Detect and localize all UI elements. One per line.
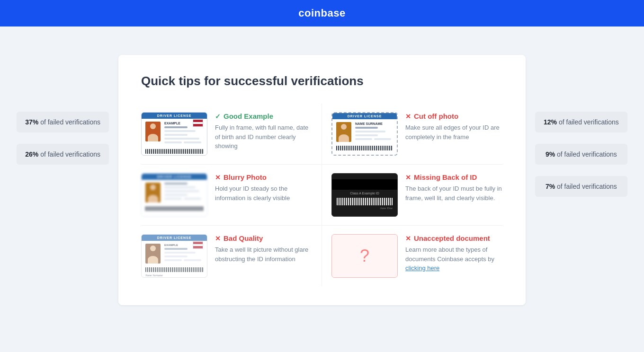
tip-back-title: Missing Back of ID (414, 173, 477, 181)
id-line-c1 (355, 127, 378, 129)
coinbase-logo: coinbase (298, 7, 345, 19)
id-card-glare-wrapper: DRIVER LICENSE EXAMPLE (141, 234, 207, 278)
id-top-bar-blurry: DRIVER LICENSE (142, 174, 207, 180)
right-badge-2: 9% of failed verifications (535, 144, 627, 165)
tip-good-content: ✓ Good Example Fully in frame, with full… (215, 112, 312, 151)
id-card-good: DRIVER LICENSE EXAMPLE (141, 112, 207, 156)
id-top-bar-cutoff: DRIVER LICENSE (332, 113, 397, 119)
tip-good-title: Good Example (224, 112, 273, 120)
tip-quality-desc: Take a well lit picture without glare ob… (215, 245, 312, 264)
tip-unaccepted: ? ✕ Unaccepted document Learn more about… (322, 226, 503, 286)
tip-cutoff-status: ✕ Cut off photo (405, 112, 503, 120)
id-line-c3 (355, 134, 378, 136)
tip-blurry-content: ✕ Blurry Photo Hold your ID steady so th… (215, 173, 312, 202)
left-badge-1-percent: 37% (25, 118, 38, 126)
tip-unaccepted-title: Unaccepted document (414, 234, 490, 242)
id-barcode-glare (145, 267, 203, 272)
id-flag-good (193, 119, 203, 127)
left-side-badges: 37% of failed verifications 26% of faile… (17, 112, 109, 165)
right-badge-3-label: of failed verifications (557, 183, 617, 190)
tip-back-status: ✕ Missing Back of ID (405, 173, 503, 181)
left-badge-1-label: of failed verifications (40, 118, 100, 126)
tip-quality-content: ✕ Bad Quality Take a well lit picture wi… (215, 234, 312, 264)
id-card-back-wrapper: Class A Example ID Jane Doe (331, 173, 398, 217)
id-name-cutoff: NAME SURNAME (355, 122, 393, 125)
id-line-g2 (164, 252, 196, 254)
id-top-bar-good: DRIVER LICENSE (142, 113, 207, 119)
tip-bad-quality: DRIVER LICENSE EXAMPLE (141, 226, 322, 286)
right-badge-2-percent: 9% (546, 150, 555, 158)
right-badge-1: 12% of failed verifications (535, 112, 627, 132)
tip-back-desc: The back of your ID must be fully in fra… (405, 184, 503, 202)
id-photo-glare (145, 244, 161, 264)
id-card-blurry-wrapper: DRIVER LICENSE (141, 173, 207, 217)
id-card-blurry: DRIVER LICENSE (141, 173, 207, 217)
id-card-cutoff: DRIVER LICENSE NAME SURNAME (331, 112, 398, 156)
id-line-b4 (164, 194, 188, 196)
tip-blurry-status: ✕ Blurry Photo (215, 173, 312, 181)
left-badge-2-label: of failed verifications (40, 150, 100, 158)
id-line-c5 (374, 138, 391, 140)
id-line-b2 (164, 186, 196, 188)
tip-cutoff-content: ✕ Cut off photo Make sure all edges of y… (405, 112, 503, 141)
id-line-6 (184, 141, 201, 143)
tip-unaccepted-content: ✕ Unaccepted document Learn more about t… (405, 234, 503, 273)
id-photo-good (145, 122, 161, 141)
right-side-badges: 12% of failed verifications 9% of failed… (535, 112, 627, 197)
tips-card: Quick tips for successful verifications … (118, 55, 526, 305)
tip-good-example: DRIVER LICENSE EXAMPLE (141, 104, 322, 165)
id-barcode-good (145, 149, 203, 154)
tip-unaccepted-desc: Learn more about the types of documents … (405, 245, 503, 273)
id-card-unaccepted: ? (331, 234, 398, 278)
id-body-blurry (142, 180, 207, 205)
cutoff-x-icon: ✕ (405, 113, 411, 120)
tip-good-status: ✓ Good Example (215, 112, 312, 120)
back-x-icon: ✕ (405, 174, 411, 181)
id-back-label: Class A Example ID (332, 192, 397, 195)
page-title: Quick tips for successful verifications (141, 74, 503, 88)
id-sig-glare: Name Surname (145, 274, 203, 277)
id-barcode-cutoff (336, 146, 393, 150)
id-card-good-wrapper: DRIVER LICENSE EXAMPLE (141, 112, 207, 156)
left-badge-2: 26% of failed verifications (17, 144, 109, 165)
id-line-3 (164, 134, 188, 136)
id-line-1 (164, 126, 188, 128)
id-card-glare: DRIVER LICENSE EXAMPLE (141, 234, 207, 278)
left-badge-1: 37% of failed verifications (17, 112, 109, 132)
right-badge-3-percent: 7% (546, 183, 555, 190)
main-content: 37% of failed verifications 26% of faile… (0, 26, 644, 334)
id-photo-cutoff (336, 122, 351, 142)
tip-quality-title: Bad Quality (224, 234, 263, 242)
id-info-cutoff: NAME SURNAME (355, 122, 393, 142)
id-line-b1 (164, 183, 188, 185)
id-line-b3 (164, 190, 199, 192)
tip-blurry-title: Blurry Photo (224, 173, 267, 181)
id-line-g3 (164, 255, 188, 257)
id-line-c2 (355, 131, 385, 132)
tips-grid: DRIVER LICENSE EXAMPLE (141, 104, 503, 286)
blurry-x-icon: ✕ (215, 174, 221, 181)
id-line-g4 (164, 259, 182, 261)
tip-back-content: ✕ Missing Back of ID The back of your ID… (405, 173, 503, 202)
tip-cutoff-title: Cut off photo (414, 112, 458, 120)
tip-cutoff: DRIVER LICENSE NAME SURNAME (322, 104, 503, 165)
id-body-good: EXAMPLE (142, 119, 207, 148)
id-line-4 (164, 138, 199, 140)
clicking-here-link[interactable]: clicking here (405, 264, 439, 272)
id-photo-blurry (145, 183, 161, 202)
id-back-barcode (337, 198, 393, 205)
quality-x-icon: ✕ (215, 235, 221, 242)
question-mark-icon: ? (360, 246, 369, 266)
id-info-blurry (164, 183, 203, 202)
tip-cutoff-desc: Make sure all edges of your ID are compl… (405, 123, 503, 141)
id-flag-glare (193, 241, 203, 249)
id-body-glare: EXAMPLE (142, 241, 207, 266)
right-badge-1-percent: 12% (544, 118, 557, 126)
tip-unaccepted-status: ✕ Unaccepted document (405, 234, 503, 242)
id-line-5 (164, 141, 182, 143)
tip-quality-status: ✕ Bad Quality (215, 234, 312, 242)
tip-missing-back: Class A Example ID Jane Doe ✕ Missing Ba… (322, 165, 503, 226)
app-header: coinbase (0, 0, 644, 26)
unaccepted-x-icon: ✕ (405, 235, 411, 242)
id-line-c4 (355, 138, 372, 140)
